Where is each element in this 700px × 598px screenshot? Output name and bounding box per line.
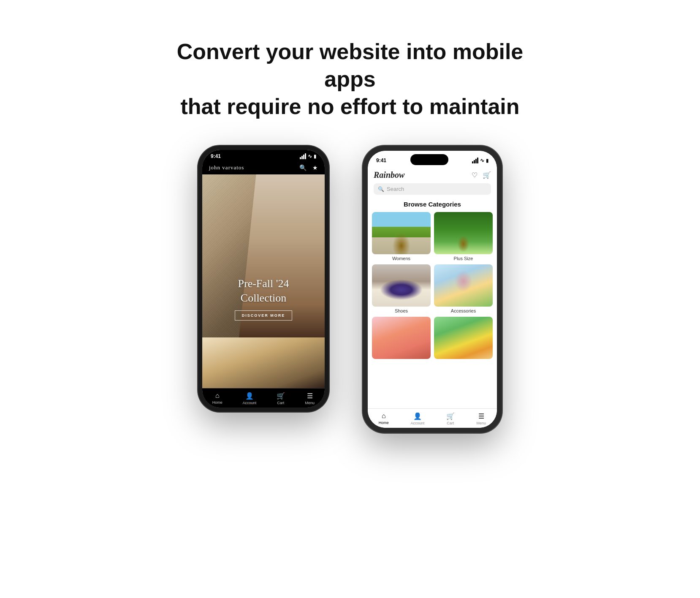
phone-1-screen: 9:41 ∿ ▮ — [202, 150, 325, 408]
rb-home-icon: ⌂ — [382, 412, 386, 420]
jv-cart-icon: 🛒 — [277, 392, 285, 400]
jv-nav-cart[interactable]: 🛒 Cart — [277, 392, 285, 405]
phone1-signal-icon — [300, 153, 306, 159]
main-headline: Convert your website into mobile apps th… — [160, 38, 540, 120]
jv-navbar: john varvatos 🔍 ★ — [202, 161, 325, 174]
rb-app: Rainbow ♡ 🛒 🔍 Search — [368, 169, 497, 428]
rb-bag-icon[interactable]: 🛒 — [483, 171, 491, 179]
phone2-volume-toggle-btn — [363, 201, 364, 218]
rb-search-text: Search — [387, 186, 404, 192]
jv-home-icon: ⌂ — [215, 392, 220, 400]
rb-category-img-womens — [372, 212, 431, 254]
headline-line2: that require no effort to maintain — [180, 94, 519, 119]
rb-search-icon: 🔍 — [378, 186, 384, 192]
headline-line1: Convert your website into mobile apps — [177, 39, 524, 91]
rb-header: Rainbow ♡ 🛒 🔍 Search — [368, 169, 497, 197]
jv-nav-menu[interactable]: ☰ Menu — [305, 392, 315, 405]
phone-2: 9:41 ∿ ▮ — [363, 146, 502, 433]
rb-categories-grid: Womens Plus Size Shoes — [372, 212, 493, 361]
rb-brand-text: Rainbow — [374, 170, 404, 179]
rb-cart-label: Cart — [447, 421, 454, 425]
jv-account-label: Account — [243, 401, 257, 405]
jv-app: john varvatos 🔍 ★ Pre-Fall '24 — [202, 161, 325, 408]
rb-content: Browse Categories Womens Plus Size — [368, 197, 497, 407]
rb-header-icons: ♡ 🛒 — [472, 171, 491, 179]
phone-2-screen: 9:41 ∿ ▮ — [368, 151, 497, 428]
jv-hero-title: Pre-Fall '24 Collection — [209, 277, 318, 305]
rb-bottom-nav: ⌂ Home 👤 Account 🛒 Cart ☰ — [368, 408, 497, 428]
jv-brand: john varvatos — [209, 164, 244, 171]
rb-category-bottom1[interactable] — [372, 317, 431, 361]
rb-nav-home[interactable]: ⌂ Home — [379, 412, 389, 425]
phone2-volume-up-btn — [363, 223, 364, 246]
phone1-time: 9:41 — [211, 153, 221, 159]
rb-category-label-accessories: Accessories — [451, 308, 476, 313]
rb-category-womens[interactable]: Womens — [372, 212, 431, 261]
rb-category-bottom2[interactable] — [434, 317, 493, 361]
rb-menu-label: Menu — [477, 421, 486, 425]
phone2-power-btn — [501, 223, 502, 254]
phone2-status-bar: 9:41 ∿ ▮ — [368, 151, 497, 169]
phone2-battery-icon: ▮ — [486, 158, 488, 163]
rb-search-bar[interactable]: 🔍 Search — [374, 183, 491, 195]
rb-category-img-bottom2 — [434, 317, 493, 359]
jv-menu-label: Menu — [305, 401, 315, 405]
phone2-time: 9:41 — [376, 158, 386, 163]
rb-category-img-plus — [434, 212, 493, 254]
rb-menu-icon: ☰ — [478, 412, 484, 420]
phone2-volume-down-btn — [363, 250, 364, 273]
jv-nav-home[interactable]: ⌂ Home — [212, 392, 222, 405]
jv-wishlist-icon[interactable]: ★ — [312, 164, 318, 171]
rb-account-icon: 👤 — [413, 412, 422, 420]
phone1-battery-icon: ▮ — [314, 154, 316, 159]
phones-container: 9:41 ∿ ▮ — [198, 146, 502, 433]
rb-wishlist-icon[interactable]: ♡ — [472, 171, 478, 179]
rb-cart-icon: 🛒 — [446, 412, 455, 420]
jv-cta-button[interactable]: DISCOVER MORE — [235, 310, 293, 321]
rb-brand: Rainbow — [374, 170, 404, 180]
rb-category-label-womens: Womens — [392, 256, 410, 261]
rb-category-shoes[interactable]: Shoes — [372, 264, 431, 313]
rb-category-label-shoes: Shoes — [395, 308, 408, 313]
jv-home-label: Home — [212, 400, 222, 405]
rb-account-label: Account — [411, 421, 425, 425]
rb-category-accessories[interactable]: Accessories — [434, 264, 493, 313]
jv-search-icon[interactable]: 🔍 — [299, 164, 307, 171]
phone1-status-bar: 9:41 ∿ ▮ — [202, 150, 325, 161]
phone-1-wrapper: 9:41 ∿ ▮ — [198, 146, 329, 412]
dynamic-island — [410, 154, 448, 165]
rb-nav-cart[interactable]: 🛒 Cart — [446, 412, 455, 425]
phone-2-wrapper: 9:41 ∿ ▮ — [363, 146, 502, 433]
phone-1: 9:41 ∿ ▮ — [198, 146, 329, 412]
jv-hero-section: Pre-Fall '24 Collection DISCOVER MORE — [202, 174, 325, 337]
phone2-wifi-icon: ∿ — [480, 158, 484, 163]
jv-menu-icon: ☰ — [307, 392, 313, 400]
phone1-wifi-icon: ∿ — [308, 153, 312, 159]
phone2-signal-icon — [472, 158, 478, 163]
rb-home-label: Home — [379, 421, 389, 425]
jv-account-icon: 👤 — [245, 392, 254, 400]
rb-category-img-bottom1 — [372, 317, 431, 359]
rb-nav-account[interactable]: 👤 Account — [411, 412, 425, 425]
jv-nav-icons: 🔍 ★ — [299, 164, 318, 171]
rb-category-img-shoes — [372, 264, 431, 307]
jv-bottom-nav: ⌂ Home 👤 Account 🛒 Cart ☰ — [202, 388, 325, 408]
rb-nav-menu[interactable]: ☰ Menu — [477, 412, 486, 425]
jv-secondary-figure — [202, 337, 325, 388]
rb-header-top: Rainbow ♡ 🛒 — [374, 170, 491, 180]
jv-hero-text: Pre-Fall '24 Collection DISCOVER MORE — [209, 277, 318, 321]
phone2-status-icons: ∿ ▮ — [472, 158, 488, 163]
jv-hero-title-line1: Pre-Fall '24 — [238, 277, 289, 290]
jv-secondary-hero — [202, 337, 325, 388]
rb-category-img-accessories — [434, 264, 493, 307]
jv-hero-title-line2: Collection — [241, 292, 286, 304]
rb-category-plus[interactable]: Plus Size — [434, 212, 493, 261]
jv-cart-label: Cart — [277, 401, 284, 405]
phone1-status-icons: ∿ ▮ — [300, 153, 316, 159]
rb-section-title: Browse Categories — [372, 201, 493, 208]
rb-category-label-plus: Plus Size — [454, 256, 473, 261]
jv-nav-account[interactable]: 👤 Account — [243, 392, 257, 405]
